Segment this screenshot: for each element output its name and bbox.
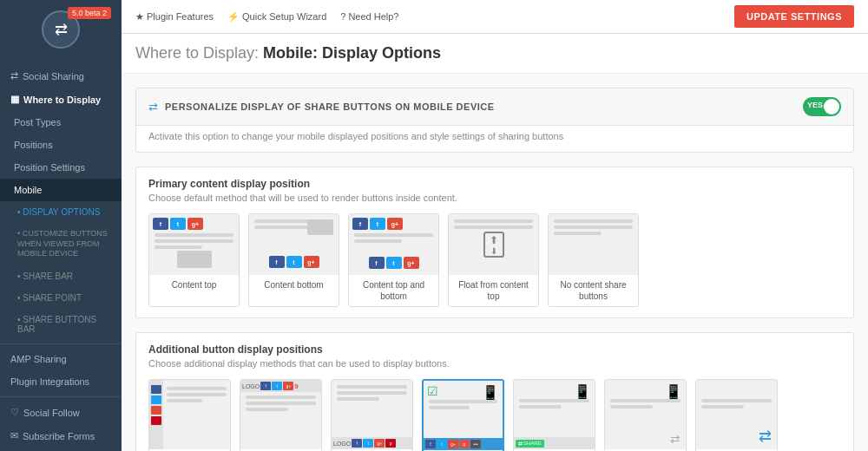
bottom-btns: f t g+ bbox=[269, 256, 319, 268]
mobile-icon-spm: 📱 bbox=[665, 383, 682, 400]
bottombar-preview: LOGO f t g+ p bbox=[332, 437, 412, 449]
card-preview-top-bottom: f t g+ f t bbox=[349, 214, 438, 275]
sbb-content-lines bbox=[429, 400, 497, 412]
personalize-toggle[interactable]: YES bbox=[803, 97, 841, 116]
content-lines bbox=[155, 233, 233, 252]
primary-sub-section: Primary content display position Choose … bbox=[136, 167, 853, 317]
star-icon: ★ bbox=[135, 11, 144, 23]
share-point-advanced-icon: ⇄ bbox=[759, 427, 772, 446]
bottom-btns-tb: f t g+ bbox=[369, 257, 419, 269]
sidebar-item-customize-buttons[interactable]: • CUSTOMIZE BUTTONS WHEN VIEWED FROM MOB… bbox=[0, 223, 122, 265]
sidebar-item-subscribe-forms[interactable]: ✉ Subscribe Forms bbox=[0, 424, 122, 448]
personalize-section: ⇄ PERSONALIZE DISPLAY OF SHARE BUTTONS O… bbox=[135, 88, 854, 153]
card-sidebar[interactable]: Sidebar bbox=[148, 379, 231, 451]
card-share-buttons-bar[interactable]: ☑ 📱 f t g+ bbox=[422, 379, 504, 451]
bottombar-content-lines bbox=[337, 385, 407, 403]
float-icon-preview: ⬆ ⬇ bbox=[483, 232, 504, 258]
sidebar-item-post-types[interactable]: Post Types bbox=[0, 111, 122, 134]
sidebar-item-positions[interactable]: Positions bbox=[0, 134, 122, 156]
logo-icon: ⇄ bbox=[55, 20, 68, 39]
card-content-bottom[interactable]: f t g+ Content bottom bbox=[248, 213, 339, 307]
main-content: ★ Plugin Features ⚡ Quick Setup Wizard ?… bbox=[122, 0, 868, 451]
divider-1 bbox=[0, 343, 122, 344]
sidebar-item-position-settings[interactable]: Position Settings bbox=[0, 156, 122, 179]
sidebar: ⇄ 5.0 beta 2 ⇄ Social Sharing ▦ Where to… bbox=[0, 0, 122, 451]
checkmark-icon: ☑ bbox=[427, 384, 438, 398]
content-lines-float bbox=[454, 219, 533, 232]
sidebar-nav: ⇄ Social Sharing ▦ Where to Display Post… bbox=[0, 59, 122, 451]
plugin-features-link[interactable]: ★ Plugin Features bbox=[135, 11, 214, 23]
primary-title: Primary content display position bbox=[148, 178, 841, 190]
card-share-point-mobile[interactable]: 📱 ⇄ Share point (Mobile Only Display Met… bbox=[604, 379, 687, 451]
sidebar-item-share-buttons-bar[interactable]: • SHARE BUTTONS BAR bbox=[0, 309, 122, 340]
tw-btn: t bbox=[170, 218, 186, 230]
sidebar-logo: ⇄ 5.0 beta 2 bbox=[0, 0, 122, 59]
personalize-toggle-switch[interactable]: YES bbox=[803, 97, 841, 116]
gp-btn-b: g+ bbox=[304, 256, 319, 268]
line-2 bbox=[155, 239, 233, 243]
card-label-float: Float from content top bbox=[449, 275, 538, 306]
card-no-content[interactable]: No content share buttons bbox=[548, 213, 639, 307]
preview-share-buttons-bar: ☑ 📱 f t g+ bbox=[424, 381, 503, 450]
where-to-display-icon: ▦ bbox=[10, 94, 19, 105]
card-share-point-advanced[interactable]: Share Point (Advanced Version) ⇄ Share P… bbox=[695, 379, 778, 451]
primary-desc: Choose default method that will be used … bbox=[148, 193, 841, 203]
mobile-icon-sbm: 📱 bbox=[574, 383, 591, 400]
share-point-icon: ⇄ bbox=[670, 432, 681, 446]
sidebar-item-amp-sharing[interactable]: AMP Sharing bbox=[0, 348, 122, 370]
sidebar-item-plugin-integrations[interactable]: Plugin Integrations bbox=[0, 370, 122, 393]
need-help-link[interactable]: ? Need Help? bbox=[340, 11, 398, 23]
sb-pi bbox=[151, 416, 161, 425]
sidebar-item-mobile[interactable]: Mobile bbox=[0, 179, 122, 201]
preview-btns-top: f t g+ bbox=[153, 218, 235, 233]
topbar-preview: LOGO f t g+ 9 bbox=[240, 380, 321, 392]
content-lines-tb bbox=[354, 233, 433, 245]
line-3 bbox=[155, 245, 202, 249]
sidebar-item-share-bar[interactable]: • SHARE BAR bbox=[0, 265, 122, 287]
card-label-content-bottom: Content bottom bbox=[249, 275, 339, 295]
card-share-bar-mobile[interactable]: 📱 ⇄ SHARE bbox=[513, 379, 595, 451]
spm-lines bbox=[610, 399, 681, 411]
personalize-header-left: ⇄ PERSONALIZE DISPLAY OF SHARE BUTTONS O… bbox=[148, 101, 495, 114]
fb-btn-tb2: f bbox=[369, 257, 385, 269]
sidebar-item-social-sharing[interactable]: ⇄ Social Sharing bbox=[0, 64, 122, 88]
quick-setup-link[interactable]: ⚡ Quick Setup Wizard bbox=[227, 11, 326, 23]
gp-tb: g+ bbox=[387, 218, 403, 230]
preview-top-bar: LOGO f t g+ 9 bbox=[240, 380, 321, 449]
line-1 bbox=[155, 233, 233, 237]
sidebar-preview-bar bbox=[149, 380, 163, 449]
update-settings-button[interactable]: UPDATE SETTINGS bbox=[734, 5, 854, 28]
topbar-content-lines bbox=[246, 395, 316, 414]
tw-btn-b: t bbox=[286, 256, 302, 268]
share-bar-preview: f t g+ p ••• bbox=[424, 438, 503, 450]
sidebar-item-share-point[interactable]: • SHARE POINT bbox=[0, 287, 122, 309]
card-label-top-bottom: Content top and bottom bbox=[349, 275, 438, 306]
sidebar-item-social-follow[interactable]: ♡ Social Follow bbox=[0, 401, 122, 424]
additional-sub-section: Additional button display positions Choo… bbox=[136, 333, 853, 451]
sbm-lines bbox=[519, 399, 589, 411]
share-icon-bar: ⇄ SHARE bbox=[516, 440, 544, 448]
top-social-btns-tb: f t g+ bbox=[352, 218, 435, 230]
primary-position-section: Primary content display position Choose … bbox=[135, 167, 854, 318]
page-content: ⇄ PERSONALIZE DISPLAY OF SHARE BUTTONS O… bbox=[122, 74, 868, 451]
logo-text-b: LOGO bbox=[333, 441, 351, 447]
card-top-bar[interactable]: LOGO f t g+ 9 T bbox=[240, 379, 322, 451]
tw-btn-tb2: t bbox=[386, 257, 402, 269]
gp-btn: g+ bbox=[187, 218, 203, 230]
line-tb1 bbox=[354, 233, 433, 237]
sidebar-item-where-to-display[interactable]: ▦ Where to Display bbox=[0, 88, 122, 111]
mountain-img bbox=[177, 251, 212, 268]
fb-btn: f bbox=[153, 218, 168, 230]
version-badge: 5.0 beta 2 bbox=[68, 7, 111, 19]
sidebar-item-advanced-settings[interactable]: ⚙ Advanced Settings bbox=[0, 448, 122, 451]
social-btns: f t g+ bbox=[153, 218, 235, 230]
sidebar-item-display-options[interactable]: • DISPLAY OPTIONS bbox=[0, 201, 122, 223]
card-content-top[interactable]: f t g+ Cont bbox=[148, 213, 240, 307]
card-bottom-bar[interactable]: LOGO f t g+ p Bottom bar bbox=[331, 379, 413, 451]
page-title: Where to Display: Mobile: Display Option… bbox=[135, 44, 854, 62]
card-float[interactable]: ⬆ ⬇ Float from content top bbox=[448, 213, 539, 307]
additional-desc: Choose additional display methods that c… bbox=[148, 358, 841, 369]
personalize-description: Activate this option to change your mobi… bbox=[136, 126, 853, 152]
card-content-top-bottom[interactable]: f t g+ f t bbox=[348, 213, 439, 307]
primary-cards-row: f t g+ Cont bbox=[148, 213, 841, 307]
